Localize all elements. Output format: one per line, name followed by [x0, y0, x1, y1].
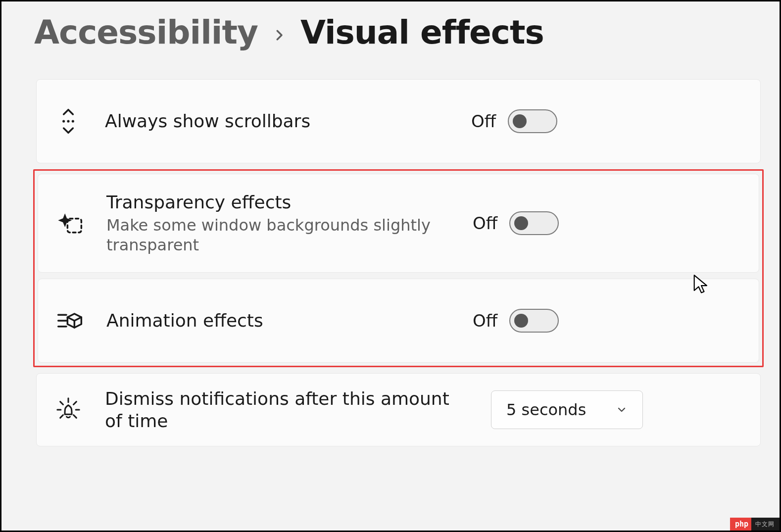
chevron-right-icon	[272, 23, 287, 48]
setting-row-scrollbars: Always show scrollbars Off	[36, 79, 761, 163]
toggle-animation[interactable]	[509, 309, 559, 333]
chevron-down-icon	[616, 404, 628, 416]
toggle-transparency[interactable]	[509, 211, 559, 235]
setting-title: Always show scrollbars	[105, 110, 451, 132]
breadcrumb: Accessibility Visual effects	[34, 13, 761, 51]
setting-title: Dismiss notifications after this amount …	[105, 387, 471, 432]
notification-timer-icon	[51, 396, 85, 424]
page-title: Visual effects	[300, 13, 544, 51]
watermark-left: php	[730, 518, 751, 531]
toggle-state-label: Off	[473, 213, 497, 233]
watermark-right: 中文网	[751, 518, 780, 531]
settings-list: Always show scrollbars Off Transparency …	[36, 79, 761, 446]
svg-line-12	[74, 402, 77, 405]
animation-icon	[53, 307, 87, 335]
scrollbars-icon	[51, 107, 85, 135]
watermark: php 中文网	[730, 518, 780, 531]
highlighted-settings-group: Transparency effects Make some window ba…	[33, 169, 764, 367]
setting-title: Transparency effects	[106, 192, 453, 213]
settings-page: Accessibility Visual effects Always show…	[0, 0, 781, 532]
svg-line-15	[60, 415, 63, 418]
setting-subtitle: Make some window backgrounds slightly tr…	[106, 215, 453, 255]
dismiss-duration-dropdown[interactable]: 5 seconds	[491, 390, 643, 429]
svg-line-16	[74, 415, 77, 418]
svg-point-2	[72, 120, 74, 122]
svg-point-1	[67, 120, 69, 122]
svg-line-7	[67, 317, 74, 321]
setting-row-dismiss-notifications: Dismiss notifications after this amount …	[36, 373, 761, 446]
breadcrumb-parent[interactable]: Accessibility	[34, 13, 258, 51]
setting-row-animation: Animation effects Off	[38, 279, 759, 363]
toggle-scrollbars[interactable]	[508, 109, 557, 133]
toggle-state-label: Off	[473, 311, 497, 331]
svg-line-8	[74, 317, 81, 321]
transparency-icon	[53, 209, 87, 237]
svg-point-0	[62, 120, 65, 122]
toggle-state-label: Off	[471, 111, 496, 131]
dropdown-value: 5 seconds	[506, 400, 586, 419]
setting-row-transparency: Transparency effects Make some window ba…	[38, 174, 759, 273]
svg-line-11	[60, 402, 63, 405]
setting-title: Animation effects	[106, 310, 453, 331]
